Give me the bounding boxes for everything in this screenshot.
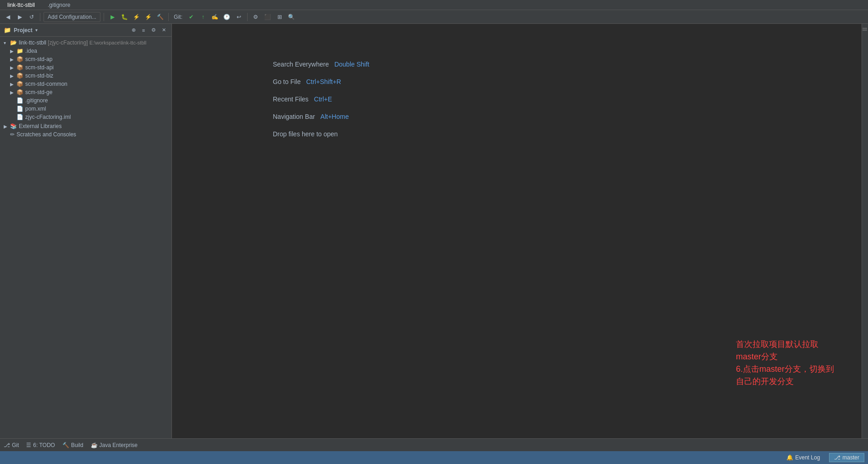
search-everywhere-label: Search Everywhere bbox=[273, 61, 329, 68]
profile-button[interactable]: ⚡ bbox=[143, 12, 153, 22]
settings-button[interactable]: ⚙ bbox=[251, 12, 261, 22]
tree-label-idea: .idea bbox=[25, 48, 37, 54]
build-label: Build bbox=[71, 442, 83, 448]
coverage-button[interactable]: ⚡ bbox=[131, 12, 141, 22]
event-log-button[interactable]: 🔔 Event Log bbox=[783, 453, 824, 462]
branch-icon: ⎇ bbox=[834, 454, 840, 461]
tab-link-ttc-stbll[interactable]: link-ttc-stbll bbox=[4, 1, 39, 9]
gutter-mark: ||| bbox=[862, 28, 868, 31]
search-everywhere-shortcut[interactable]: Double Shift bbox=[334, 61, 369, 68]
git-history-button[interactable]: 🕐 bbox=[222, 12, 232, 22]
sidebar-title: Project bbox=[14, 27, 33, 34]
add-configuration-button[interactable]: Add Configuration... bbox=[44, 12, 100, 22]
main-layout: 📁 Project ▾ ⊕ ≡ ⚙ ✕ ▾ 📂 link-ttc-stbll [… bbox=[0, 24, 868, 438]
tree-item-root[interactable]: ▾ 📂 link-ttc-stbll [zjyc-cFactoring] E:\… bbox=[0, 39, 171, 47]
ext-libs-icon: 📚 bbox=[10, 123, 17, 129]
sidebar: 📁 Project ▾ ⊕ ≡ ⚙ ✕ ▾ 📂 link-ttc-stbll [… bbox=[0, 24, 172, 438]
git-bottom-icon: ⎇ bbox=[4, 442, 10, 448]
git-update-button[interactable]: ✔ bbox=[186, 12, 196, 22]
right-gutter: ||| bbox=[862, 24, 868, 438]
annotation-line1: 首次拉取项目默认拉取 bbox=[736, 338, 834, 351]
tree-item-scm-std-ap[interactable]: ▶ 📦 scm-std-ap bbox=[0, 55, 171, 63]
tree-label-scratches: Scratches and Consoles bbox=[17, 131, 76, 138]
back-button[interactable]: ◀ bbox=[3, 12, 13, 22]
sidebar-add-icon[interactable]: ⊕ bbox=[129, 26, 138, 34]
separator-4 bbox=[247, 13, 248, 21]
annotation-box: 首次拉取项目默认拉取 master分支 6.点击master分支，切换到 自己的… bbox=[736, 338, 834, 388]
layout-button[interactable]: ⊞ bbox=[275, 12, 285, 22]
annotation-line2: master分支 bbox=[736, 351, 834, 363]
sidebar-collapse-icon[interactable]: ≡ bbox=[139, 26, 148, 34]
nav-bar-shortcut[interactable]: Alt+Home bbox=[321, 113, 349, 120]
annotation-line3: 6.点击master分支，切换到 bbox=[736, 363, 834, 375]
tree-label-root: link-ttc-stbll [zjyc-cFactoring] E:\work… bbox=[19, 39, 146, 46]
bottom-btn-build[interactable]: 🔨 Build bbox=[62, 442, 83, 448]
tree-label-scm-std-ap: scm-std-ap bbox=[25, 56, 52, 62]
refresh-button[interactable]: ↺ bbox=[27, 12, 37, 22]
git-push-button[interactable]: ↑ bbox=[198, 12, 208, 22]
tree-arrow-scm-std-biz: ▶ bbox=[10, 73, 17, 78]
bottom-btn-git[interactable]: ⎇ Git bbox=[4, 442, 19, 448]
tree-item-scm-std-biz[interactable]: ▶ 📦 scm-std-biz bbox=[0, 72, 171, 80]
tree-item-idea[interactable]: ▶ 📁 .idea bbox=[0, 47, 171, 55]
welcome-content: Search Everywhere Double Shift Go to Fil… bbox=[172, 24, 369, 138]
run-button[interactable]: ▶ bbox=[107, 12, 117, 22]
debug-button[interactable]: 🐛 bbox=[119, 12, 129, 22]
separator-3 bbox=[168, 13, 169, 21]
folder-icon-root: 📂 bbox=[10, 39, 17, 46]
forward-button[interactable]: ▶ bbox=[15, 12, 25, 22]
content-area: Search Everywhere Double Shift Go to Fil… bbox=[172, 24, 862, 438]
tree-arrow-idea: ▶ bbox=[10, 49, 17, 54]
tree-item-iml[interactable]: 📄 zjyc-cFactoring.iml bbox=[0, 113, 171, 121]
git-bottom-label: Git bbox=[12, 442, 19, 448]
tree-item-scratches[interactable]: ✏ Scratches and Consoles bbox=[0, 130, 171, 139]
recent-files-label: Recent Files bbox=[273, 95, 309, 103]
sidebar-project-icon: 📁 bbox=[4, 27, 11, 34]
goto-file-label: Go to File bbox=[273, 78, 301, 85]
iml-icon: 📄 bbox=[17, 114, 23, 120]
git-label: Git: bbox=[174, 14, 182, 20]
module-icon-scm-std-biz: 📦 bbox=[17, 73, 23, 79]
tree-item-ext-libs[interactable]: ▶ 📚 External Libraries bbox=[0, 122, 171, 130]
sidebar-icons: ⊕ ≡ ⚙ ✕ bbox=[129, 26, 168, 34]
module-icon-scm-std-ge: 📦 bbox=[17, 89, 23, 95]
module-icon-scm-std-api: 📦 bbox=[17, 64, 23, 71]
folder-icon-idea: 📁 bbox=[17, 48, 23, 54]
tree-label-pom: pom.xml bbox=[25, 106, 46, 112]
java-label: Java Enterprise bbox=[100, 442, 138, 448]
drop-files-label: Drop files here to open bbox=[273, 130, 338, 138]
separator-1 bbox=[40, 13, 40, 21]
master-branch-button[interactable]: ⎇ master bbox=[829, 453, 864, 462]
sidebar-gear-icon[interactable]: ⚙ bbox=[149, 26, 158, 34]
tree-label-ext-libs: External Libraries bbox=[19, 123, 61, 129]
status-bar: 🔔 Event Log ⎇ master bbox=[0, 451, 868, 464]
git-rollback-button[interactable]: ↩ bbox=[234, 12, 244, 22]
bottom-btn-todo[interactable]: ☰ 6: TODO bbox=[26, 442, 55, 448]
tree-arrow-scm-std-common: ▶ bbox=[10, 82, 17, 87]
build-button[interactable]: 🔨 bbox=[155, 12, 165, 22]
todo-icon: ☰ bbox=[26, 442, 31, 448]
tree-item-gitignore[interactable]: 📄 .gitignore bbox=[0, 96, 171, 105]
welcome-row-recent: Recent Files Ctrl+E bbox=[273, 95, 369, 103]
toolbar: ◀ ▶ ↺ Add Configuration... ▶ 🐛 ⚡ ⚡ 🔨 Git… bbox=[0, 10, 868, 24]
tree-label-iml: zjyc-cFactoring.iml bbox=[25, 114, 71, 120]
tree-item-scm-std-api[interactable]: ▶ 📦 scm-std-api bbox=[0, 63, 171, 72]
sidebar-title-group: 📁 Project ▾ bbox=[4, 27, 38, 34]
sidebar-title-arrow[interactable]: ▾ bbox=[35, 28, 38, 33]
git-commit-button[interactable]: ✍ bbox=[210, 12, 220, 22]
sidebar-header: 📁 Project ▾ ⊕ ≡ ⚙ ✕ bbox=[0, 24, 171, 37]
tree-item-pom[interactable]: 📄 pom.xml bbox=[0, 105, 171, 113]
recent-files-shortcut[interactable]: Ctrl+E bbox=[314, 95, 332, 103]
find-button[interactable]: 🔍 bbox=[287, 12, 297, 22]
title-bar: link-ttc-stbll .gitignore bbox=[0, 0, 868, 10]
tab-gitignore[interactable]: .gitignore bbox=[44, 1, 74, 9]
terminal-button[interactable]: ⬛ bbox=[263, 12, 273, 22]
sidebar-tree: ▾ 📂 link-ttc-stbll [zjyc-cFactoring] E:\… bbox=[0, 37, 171, 438]
sidebar-close-icon[interactable]: ✕ bbox=[160, 26, 168, 34]
tree-label-scm-std-common: scm-std-common bbox=[25, 81, 67, 87]
tree-item-scm-std-ge[interactable]: ▶ 📦 scm-std-ge bbox=[0, 88, 171, 96]
goto-file-shortcut[interactable]: Ctrl+Shift+R bbox=[306, 78, 341, 85]
bottom-btn-java[interactable]: ☕ Java Enterprise bbox=[91, 442, 138, 448]
tree-item-scm-std-common[interactable]: ▶ 📦 scm-std-common bbox=[0, 80, 171, 88]
bottom-toolbar: ⎇ Git ☰ 6: TODO 🔨 Build ☕ Java Enterpris… bbox=[0, 438, 868, 451]
